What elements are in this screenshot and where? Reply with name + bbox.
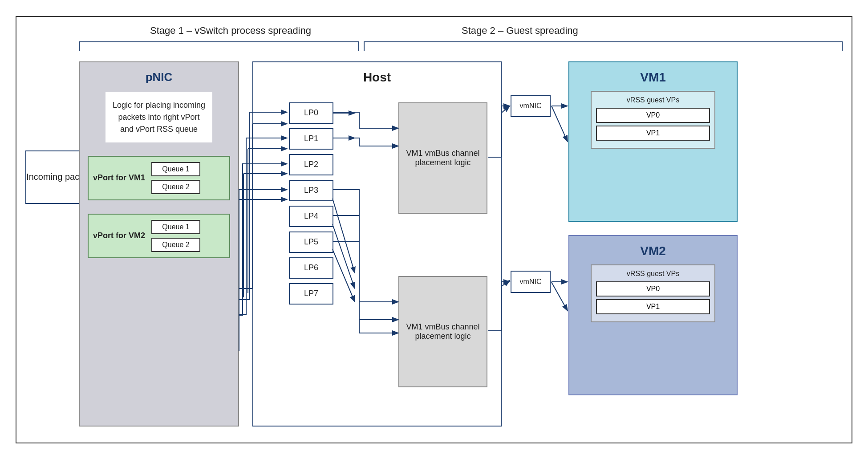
- lp0-box: LP0: [289, 102, 333, 124]
- vport-vm2-label: vPort for VM2: [93, 231, 145, 240]
- lp2-box: LP2: [289, 154, 333, 175]
- vm1-title: VM1: [569, 70, 737, 85]
- vport-vm1-box: vPort for VM1 Queue 1 Queue 2: [88, 156, 230, 200]
- vm2-title: VM2: [569, 244, 737, 258]
- vmnic-vm2-box: vmNIC: [511, 271, 551, 293]
- vmbus-vm1-text: VM1 vmBus channel placement logic: [404, 149, 482, 167]
- lp7-box: LP7: [289, 283, 333, 305]
- vport-vm2-queue1: Queue 1: [151, 220, 200, 234]
- lp-column: LP0 LP1 LP2 LP3 LP4 LP5 LP6 LP7: [289, 102, 333, 305]
- stage1-bracket: [79, 41, 359, 51]
- vm2-vrss-box: vRSS guest VPs VP0 VP1: [591, 264, 715, 322]
- svg-line-17: [552, 106, 568, 142]
- lp4-box: LP4: [289, 206, 333, 227]
- host-title: Host: [253, 70, 501, 85]
- vm1-vrss-box: vRSS guest VPs VP0 VP1: [591, 91, 715, 149]
- vm2-vrss-title: vRSS guest VPs: [596, 270, 710, 278]
- pnic-title: pNIC: [80, 70, 238, 84]
- pnic-logic-text: Logic for placing incoming packets into …: [113, 101, 205, 134]
- vport-vm1-queues: Queue 1 Queue 2: [151, 162, 200, 194]
- vmnic-vm1-box: vmNIC: [511, 95, 551, 117]
- stage1-label: Stage 1 – vSwitch process spreading: [150, 25, 311, 37]
- main-diagram: Stage 1 – vSwitch process spreading Stag…: [16, 16, 852, 443]
- vm2-vp1-box: VP1: [596, 299, 710, 314]
- svg-line-16: [502, 280, 510, 286]
- pnic-box: pNIC Logic for placing incoming packets …: [79, 61, 239, 427]
- stage2-label: Stage 2 – Guest spreading: [462, 25, 578, 37]
- stage2-bracket: [364, 41, 843, 51]
- vport-vm1-label: vPort for VM1: [93, 173, 145, 183]
- lp6-box: LP6: [289, 257, 333, 279]
- vmbus-vm2-text: VM1 vmBus channel placement logic: [404, 322, 482, 341]
- vport-vm1-queue2: Queue 2: [151, 180, 200, 194]
- svg-line-18: [552, 282, 568, 311]
- vport-vm2-queues: Queue 1 Queue 2: [151, 220, 200, 252]
- vm2-vp0-box: VP0: [596, 281, 710, 297]
- svg-line-15: [502, 106, 510, 113]
- vport-vm2-queue2: Queue 2: [151, 238, 200, 252]
- vm2-box: VM2 vRSS guest VPs VP0 VP1: [568, 235, 738, 395]
- vmbus-vm1-box: VM1 vmBus channel placement logic: [398, 102, 487, 214]
- lp1-box: LP1: [289, 128, 333, 150]
- vm1-box: VM1 vRSS guest VPs VP0 VP1: [568, 61, 738, 222]
- vmbus-vm2-box: VM1 vmBus channel placement logic: [398, 276, 487, 387]
- pnic-logic-box: Logic for placing incoming packets into …: [105, 92, 212, 142]
- vport-vm2-box: vPort for VM2 Queue 1 Queue 2: [88, 214, 230, 258]
- lp3-box: LP3: [289, 180, 333, 201]
- vmnic-vm2-label: vmNIC: [520, 278, 542, 286]
- vport-vm1-queue1: Queue 1: [151, 162, 200, 176]
- lp5-box: LP5: [289, 232, 333, 253]
- vm1-vp1-box: VP1: [596, 126, 710, 141]
- vm1-vp0-box: VP0: [596, 108, 710, 123]
- host-box: Host LP0 LP1 LP2 LP3 LP4 LP5 LP6 LP7 VM1…: [252, 61, 502, 427]
- vmnic-vm1-label: vmNIC: [520, 102, 542, 110]
- vm1-vrss-title: vRSS guest VPs: [596, 96, 710, 104]
